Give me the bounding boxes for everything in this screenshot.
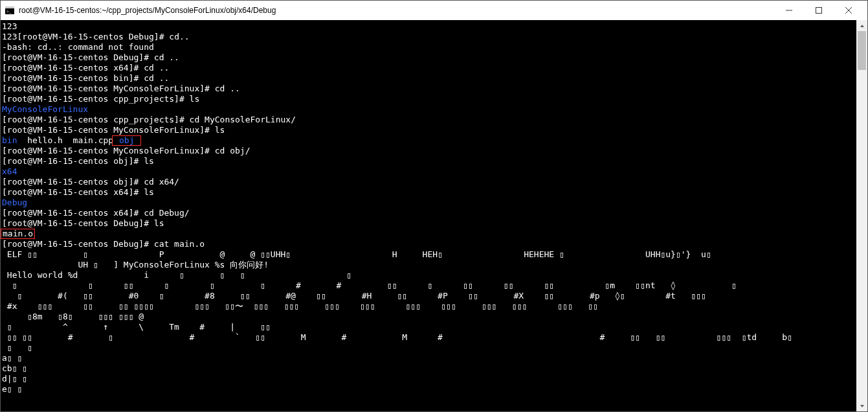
term-line-dir: MyConsoleForLinux (2, 104, 856, 115)
term-line-binary: ▯ ▯ ▯▯ ▯ ▯ ▯ # # ▯▯ ▯ ▯▯ ▯▯ ▯▯ ▯m ▯▯nt ◊… (2, 280, 856, 291)
svg-marker-8 (860, 405, 864, 407)
terminal-wrap: 123123[root@VM-16-15-centos Debug]# cd..… (1, 20, 867, 411)
term-line: [root@VM-16-15-centos Debug]# cat main.o (2, 239, 856, 249)
scroll-track[interactable] (856, 31, 867, 400)
term-line-dir: Debug (2, 198, 856, 208)
term-line: [root@VM-16-15-centos x64]# cd .. (2, 63, 856, 73)
term-line-binary: ▯▯ ▯▯ # ▯ # ` ▯▯ M # M # # ▯▯ ▯▯ ▯▯▯ ▯td… (2, 332, 856, 343)
term-line-dir: x64 (2, 166, 856, 177)
term-line: [root@VM-16-15-centos bin]# cd .. (2, 73, 856, 84)
term-line: [root@VM-16-15-centos Debug]# cd .. (2, 52, 856, 63)
term-line: [root@VM-16-15-centos obj]# ls (2, 156, 856, 166)
term-line-binary: a▯ ▯ (2, 353, 856, 363)
term-line-binary: ▯ ^ ↑ \ Tm # | ▯▯ (2, 322, 856, 332)
term-line: [root@VM-16-15-centos obj]# cd x64/ (2, 177, 856, 187)
term-line-binary: d|▯ ▯ (2, 374, 856, 384)
maximize-button[interactable] (804, 1, 834, 20)
scroll-up-button[interactable] (856, 20, 867, 31)
term-line: [root@VM-16-15-centos x64]# ls (2, 187, 856, 198)
term-line: [root@VM-16-15-centos MyConsoleForLinux]… (2, 146, 856, 156)
terminal-window: >_ root@VM-16-15-centos:~/cpp_projects/M… (0, 0, 868, 412)
term-line-binary: #x ▯▯▯ ▯▯ ▯▯ ▯▯▯▯ ▯▯▯ ▯▯〜 ▯▯▯ ▯▯▯ ▯▯▯ ▯▯… (2, 301, 856, 312)
highlight-obj: obj (112, 135, 141, 146)
term-line-binary: UH ▯ ] MyConsoleForLinux %s 向你问好! (2, 260, 856, 270)
minimize-button[interactable] (774, 1, 804, 20)
window-title: root@VM-16-15-centos:~/cpp_projects/MyCo… (19, 6, 774, 15)
term-line-binary: e▯ ▯ (2, 384, 856, 395)
window-titlebar: >_ root@VM-16-15-centos:~/cpp_projects/M… (1, 1, 867, 20)
term-line: [root@VM-16-15-centos MyConsoleForLinux]… (2, 84, 856, 94)
app-icon: >_ (5, 5, 15, 16)
vertical-scrollbar[interactable] (856, 20, 867, 411)
term-line: [root@VM-16-15-centos cpp_projects]# cd … (2, 115, 856, 125)
term-line: -bash: cd..: command not found (2, 42, 856, 52)
term-line: [root@VM-16-15-centos MyConsoleForLinux]… (2, 125, 856, 135)
term-line-binary: ▯ #( ▯▯ #0 ▯ #8 ▯▯ #@ ▯▯ #H ▯▯ #P ▯▯ #X … (2, 291, 856, 301)
term-line: [root@VM-16-15-centos x64]# cd Debug/ (2, 208, 856, 218)
term-line-binary: ELF ▯▯ ▯ P @ @ ▯▯UHH▯ H HEH▯ HEHEHE ▯ UH… (2, 249, 856, 260)
term-line: bin hello.h main.cpp obj (2, 135, 856, 146)
term-line: main.o (2, 229, 856, 239)
term-line-binary: Hello world %d i ▯ ▯ ▯ ▯ (2, 270, 856, 280)
svg-marker-7 (860, 25, 864, 27)
term-line: [root@VM-16-15-centos cpp_projects]# ls (2, 94, 856, 104)
window-controls (774, 1, 863, 20)
term-line-binary: ▯ ▯ (2, 343, 856, 353)
svg-rect-1 (5, 6, 14, 8)
scroll-down-button[interactable] (856, 400, 867, 411)
highlight-main-o: main.o (1, 229, 35, 239)
terminal-output[interactable]: 123123[root@VM-16-15-centos Debug]# cd..… (1, 20, 856, 411)
svg-text:>_: >_ (6, 9, 12, 14)
svg-rect-4 (816, 8, 822, 14)
term-line-binary: ▯8m ▯8▯ ▯▯▯ ▯▯▯ @ (2, 312, 856, 322)
term-line: 123 (2, 21, 856, 32)
term-line: [root@VM-16-15-centos Debug]# ls (2, 218, 856, 229)
term-line: 123[root@VM-16-15-centos Debug]# cd.. (2, 32, 856, 42)
term-line-binary: cb▯ ▯ (2, 363, 856, 374)
scroll-thumb[interactable] (858, 31, 866, 70)
close-button[interactable] (834, 1, 863, 20)
